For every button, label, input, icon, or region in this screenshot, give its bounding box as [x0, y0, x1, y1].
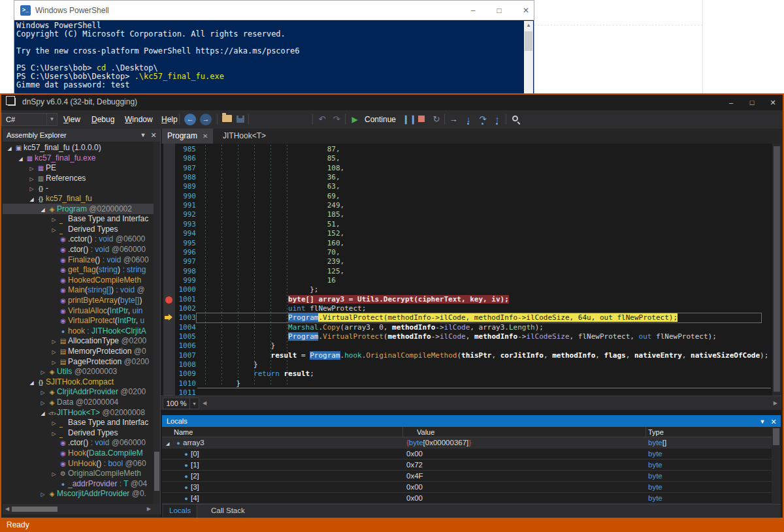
navigate-back-icon[interactable]: ←	[184, 114, 196, 125]
close-icon[interactable]: ✕	[768, 415, 779, 428]
tree-vertical-scrollbar[interactable]	[154, 142, 160, 504]
column-type[interactable]: Type	[648, 427, 664, 438]
collapsed-arrow-icon[interactable]: ▷	[50, 429, 58, 438]
code-line[interactable]: 1006 }	[161, 341, 772, 351]
code-line[interactable]: 1008 }	[161, 360, 772, 370]
tree-item[interactable]: ◉printByteArray(byte[])	[3, 295, 160, 305]
powershell-scrollbar[interactable]: ▲	[524, 21, 533, 93]
collapsed-arrow-icon[interactable]: ▷	[50, 337, 58, 346]
code-line[interactable]: 995 160,	[161, 239, 772, 249]
tab-program[interactable]: Program✕	[162, 129, 213, 144]
tree-item[interactable]: ▷◈Data @02000004	[3, 397, 160, 407]
language-dropdown[interactable]: C# ▼	[1, 113, 57, 126]
expanded-arrow-icon[interactable]: ◢	[27, 195, 36, 204]
tree-item[interactable]: ▷◈Utils @02000003	[3, 366, 160, 377]
tree-item[interactable]: ▷⚙OriginalCompileMeth	[3, 468, 160, 478]
code-line[interactable]: 999 16	[161, 276, 772, 286]
code-line[interactable]: 1005 Program.VirtualProtect(methodInfo->…	[161, 332, 772, 342]
collapsed-arrow-icon[interactable]: ▷	[50, 418, 58, 428]
show-next-statement-icon[interactable]: →	[448, 114, 459, 125]
tree-item[interactable]: ◉.ctor() : void @060000	[3, 244, 160, 255]
scroll-left-icon[interactable]: ◀	[5, 504, 9, 514]
code-line[interactable]: 1004 Marshal.Copy(array3, 0, methodInfo-…	[161, 323, 772, 333]
open-file-icon[interactable]	[222, 115, 232, 122]
code-line[interactable]: 994 152,	[161, 229, 772, 239]
chevron-down-icon[interactable]: ▼	[757, 415, 768, 428]
collapsed-arrow-icon[interactable]: ▷	[50, 469, 58, 478]
code-line[interactable]: 992 185,	[161, 210, 772, 220]
step-over-icon[interactable]: ↷	[477, 114, 489, 125]
collapsed-arrow-icon[interactable]: ▷	[27, 184, 36, 193]
search-icon[interactable]	[512, 116, 518, 121]
scrollbar-thumb[interactable]	[12, 507, 57, 512]
tree-item[interactable]: ▷▤AllocationType @0200	[3, 336, 160, 346]
collapsed-arrow-icon[interactable]: ▷	[39, 388, 47, 397]
collapsed-arrow-icon[interactable]: ▷	[27, 164, 36, 173]
tree-horizontal-scrollbar[interactable]: ◀ ▶	[3, 504, 160, 514]
column-name[interactable]: Name	[174, 427, 193, 438]
collapsed-arrow-icon[interactable]: ▷	[50, 225, 58, 234]
code-line[interactable]: 996 70,	[161, 248, 772, 258]
code-line[interactable]: 991 249,	[161, 201, 772, 211]
tree-item[interactable]: ▷▤PageProtection @0200	[3, 356, 160, 367]
code-line[interactable]: 1000 };	[161, 285, 772, 295]
tree-item[interactable]: ▷▥References	[3, 173, 160, 183]
code-line[interactable]: 1011	[161, 388, 772, 396]
tree-item[interactable]: ◢◈Program @02000002	[3, 204, 160, 214]
dnspy-titlebar[interactable]: dnSpy v6.0.4 (32-bit, Debugging) – □ ✕	[1, 95, 783, 110]
code-line[interactable]: 987 108,	[161, 164, 772, 174]
collapsed-arrow-icon[interactable]: ▷	[39, 490, 47, 499]
menu-debug[interactable]: Debug	[87, 114, 119, 125]
tree-item[interactable]: ▷▦PE	[3, 163, 160, 173]
collapsed-arrow-icon[interactable]: ▷	[27, 174, 36, 183]
close-icon[interactable]: ✕	[519, 5, 533, 16]
expanded-arrow-icon[interactable]: ◢	[27, 378, 36, 387]
close-icon[interactable]: ✕	[203, 133, 208, 140]
tree-item[interactable]: ▷{}-	[3, 183, 160, 193]
scrollbar-thumb[interactable]	[525, 31, 532, 51]
code-line[interactable]: 1007 result = Program.hook.OriginalCompi…	[161, 351, 772, 361]
tree-item[interactable]: ●hook : JITHook<ClrjitA	[3, 326, 160, 336]
close-icon[interactable]: ✕	[764, 96, 781, 109]
step-out-icon[interactable]: ↑	[493, 114, 502, 125]
collapsed-arrow-icon[interactable]: ▷	[39, 398, 47, 407]
code-line[interactable]: 989 63,	[161, 182, 772, 192]
code-line[interactable]: 990 69,	[161, 192, 772, 202]
scrollbar-thumb[interactable]	[773, 428, 779, 445]
minimize-icon[interactable]: –	[723, 96, 740, 109]
editor-vertical-scrollbar[interactable]	[772, 144, 781, 396]
locals-row[interactable]: ◢●array3{byte[0x00000367]}byte[]	[162, 437, 772, 448]
tree-item[interactable]: ▷◈ClrjitAddrProvider @0200	[3, 386, 160, 397]
close-icon[interactable]: ✕	[148, 129, 159, 142]
locals-row[interactable]: ●[2]0x4Fbyte	[162, 471, 772, 482]
tree-item[interactable]: ▷◈MscorjitAddrProvider @0.	[3, 488, 160, 499]
code-line[interactable]: 1003 Program.VirtualProtect(methodInfo->…	[161, 313, 772, 323]
break-icon[interactable]: ❙❙	[402, 114, 410, 125]
collapsed-arrow-icon[interactable]: ▷	[50, 358, 58, 367]
tree-item[interactable]: ▷Derived Types	[3, 428, 160, 438]
minimize-icon[interactable]: –	[466, 5, 480, 16]
tree-item[interactable]: ▷Base Type and Interfac	[3, 213, 160, 224]
tree-item[interactable]: ◉.cctor() : void @06000	[3, 234, 160, 244]
expanded-arrow-icon[interactable]: ◢	[39, 205, 47, 214]
code-line[interactable]: 998 125,	[161, 267, 772, 277]
tree-item[interactable]: ◢{}kc57_final_fu	[3, 193, 160, 204]
code-line[interactable]: 1009 return result;	[161, 369, 772, 379]
expanded-arrow-icon[interactable]: ◢	[166, 438, 174, 448]
expanded-arrow-icon[interactable]: ◢	[5, 144, 14, 153]
tree-item[interactable]: ▷▤MemoryProtection @0	[3, 346, 160, 356]
powershell-console[interactable]: Windows PowerShellCopyright (C) Microsof…	[16, 22, 523, 94]
tree-item[interactable]: ◢▣kc57_final_fu (1.0.0.0)	[3, 142, 160, 153]
tree-item[interactable]: ▷Derived Types	[3, 224, 160, 234]
tree-item[interactable]: ◉VirtualProtect(IntPtr, u	[3, 315, 160, 326]
tree-item[interactable]: ◉.ctor() : void @060000	[3, 437, 160, 448]
scrollbar-thumb[interactable]	[154, 452, 159, 491]
code-line[interactable]: 986 85,	[161, 154, 772, 164]
navigate-forward-icon[interactable]: →	[200, 114, 212, 125]
continue-icon[interactable]: ▶	[350, 114, 359, 125]
collapsed-arrow-icon[interactable]: ▷	[50, 347, 58, 356]
maximize-icon[interactable]: □	[743, 96, 760, 109]
tree-item[interactable]: ◢{}SJITHook.Compact	[3, 377, 160, 387]
collapsed-arrow-icon[interactable]: ▷	[39, 368, 47, 377]
zoom-level[interactable]: 100 %	[163, 398, 190, 409]
